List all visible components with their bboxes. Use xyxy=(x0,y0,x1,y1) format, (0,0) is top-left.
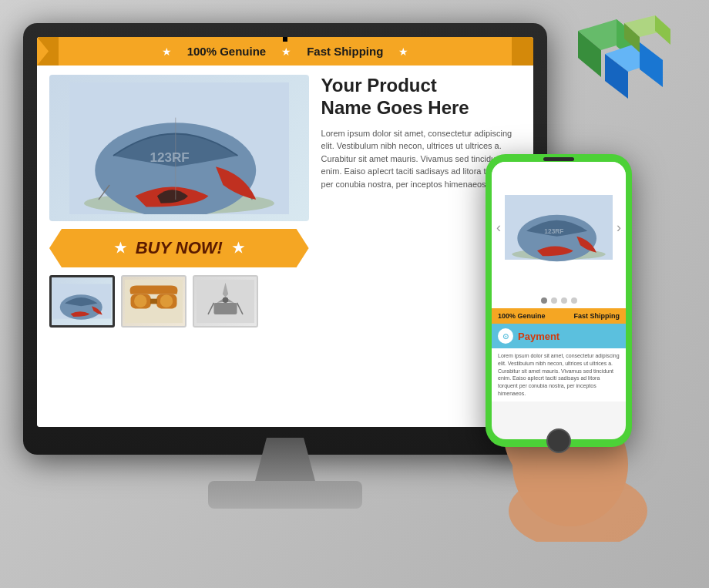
phone-banner: 100% Genuine Fast Shipping xyxy=(492,308,626,324)
banner-strip: ★ 100% Genuine ★ Fast Shipping ★ xyxy=(37,37,533,66)
mobile-phone: ‹ 123RF › xyxy=(486,154,647,478)
phone-lorem-text: Lorem ipsum dolor sit amet, consectetur … xyxy=(492,348,626,402)
phone-carousel-left[interactable]: ‹ xyxy=(496,220,501,236)
thumbnails xyxy=(49,275,309,328)
svg-text:123RF: 123RF xyxy=(544,227,563,235)
payment-label: Payment xyxy=(518,331,559,342)
star-icon-right: ★ xyxy=(232,240,244,257)
banner-right-arrow-deco xyxy=(512,37,533,66)
genuine-label: 100% Genuine xyxy=(187,45,267,58)
monitor: ★ 100% Genuine ★ Fast Shipping ★ xyxy=(23,23,547,524)
star-icon-3: ★ xyxy=(398,45,408,58)
phone-carousel-dots xyxy=(492,293,626,308)
phone-payment-section: ⊙ Payment xyxy=(492,324,626,348)
svg-point-19 xyxy=(223,297,229,303)
banner-left-arrow-deco xyxy=(37,37,59,66)
payment-icon: ⊙ xyxy=(498,328,513,344)
monitor-screen: ★ 100% Genuine ★ Fast Shipping ★ xyxy=(37,37,533,427)
dot-2 xyxy=(551,297,557,304)
svg-point-13 xyxy=(134,294,147,307)
thumbnail-goggles[interactable] xyxy=(121,275,186,328)
star-icon-left: ★ xyxy=(114,240,126,257)
product-left: 123RF ★ BU xyxy=(49,75,309,408)
phone-carousel-right[interactable]: › xyxy=(617,220,621,236)
product-name: Your Product Name Goes Here xyxy=(321,75,521,119)
shipping-label: Fast Shipping xyxy=(307,45,383,58)
phone-home-button[interactable] xyxy=(546,428,571,453)
phone-speaker xyxy=(543,157,574,161)
phone-content: ‹ 123RF › xyxy=(492,162,626,439)
monitor-outer: ★ 100% Genuine ★ Fast Shipping ★ xyxy=(23,23,547,455)
product-area: 123RF ★ BU xyxy=(37,66,533,417)
deco-boxes xyxy=(563,15,670,116)
star-icon-2: ★ xyxy=(281,45,291,58)
dot-1 xyxy=(541,297,547,304)
svg-text:123RF: 123RF xyxy=(150,150,189,164)
dot-4 xyxy=(571,297,577,304)
thumbnail-stove[interactable] xyxy=(193,275,258,328)
phone-shipping-label: Fast Shipping xyxy=(574,312,620,320)
screen-content: ★ 100% Genuine ★ Fast Shipping ★ xyxy=(37,37,533,427)
star-icon-1: ★ xyxy=(162,45,172,58)
scene: ★ 100% Genuine ★ Fast Shipping ★ xyxy=(0,0,709,588)
phone-genuine-label: 100% Genuine xyxy=(498,312,546,320)
buy-now-button[interactable]: ★ BUY NOW! ★ xyxy=(49,229,309,267)
phone-carousel: ‹ 123RF › xyxy=(492,162,626,293)
buy-now-label: BUY NOW! xyxy=(136,238,223,258)
thumbnail-tent[interactable] xyxy=(49,275,115,328)
svg-marker-27 xyxy=(640,42,663,87)
svg-point-14 xyxy=(160,294,173,307)
dot-3 xyxy=(561,297,567,304)
tent-image: 123RF xyxy=(49,75,309,221)
phone-screen: ‹ 123RF › xyxy=(492,162,626,439)
monitor-base xyxy=(208,481,362,509)
svg-marker-30 xyxy=(655,15,670,45)
phone-outer: ‹ 123RF › xyxy=(486,154,632,447)
svg-rect-16 xyxy=(214,303,237,314)
svg-rect-12 xyxy=(150,299,157,304)
